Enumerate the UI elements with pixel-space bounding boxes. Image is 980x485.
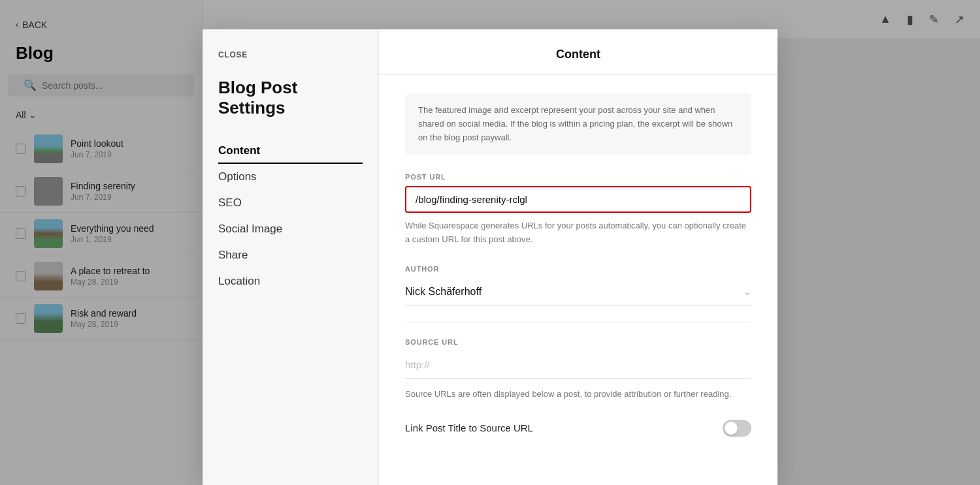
modal-content-header: Content xyxy=(379,29,777,75)
source-url-label: SOURCE URL xyxy=(405,338,751,346)
modal-left-panel: CLOSE Blog Post Settings Content Options… xyxy=(203,29,379,485)
close-button[interactable]: CLOSE xyxy=(218,50,363,59)
post-url-input[interactable] xyxy=(405,186,751,213)
author-label: AUTHOR xyxy=(405,265,751,273)
link-post-title-row: Link Post Title to Source URL xyxy=(405,420,751,437)
info-box: The featured image and excerpt represent… xyxy=(405,93,751,155)
toggle-knob xyxy=(725,422,738,435)
author-dropdown[interactable]: Nick Schäferhoff ⌄ xyxy=(405,278,751,306)
section-divider xyxy=(405,322,751,322)
modal-content-body: The featured image and excerpt represent… xyxy=(379,75,777,455)
nav-item-share[interactable]: Share xyxy=(218,243,363,267)
chevron-down-icon: ⌄ xyxy=(743,287,751,297)
source-url-hint: Source URLs are often displayed below a … xyxy=(405,388,751,401)
nav-item-seo[interactable]: SEO xyxy=(218,191,363,215)
modal-settings-title: Blog Post Settings xyxy=(218,78,363,118)
nav-item-social-image[interactable]: Social Image xyxy=(218,217,363,241)
source-url-input[interactable] xyxy=(405,351,751,379)
modal-nav: Content Options SEO Social Image Share L… xyxy=(218,139,363,293)
nav-item-options[interactable]: Options xyxy=(218,165,363,189)
modal-right-panel: Content The featured image and excerpt r… xyxy=(379,29,777,485)
post-url-label: POST URL xyxy=(405,173,751,181)
link-post-title-toggle[interactable] xyxy=(723,420,751,437)
post-url-hint: While Squarespace generates URLs for you… xyxy=(405,219,751,247)
link-post-title-label: Link Post Title to Source URL xyxy=(405,422,533,433)
author-name: Nick Schäferhoff xyxy=(405,286,482,298)
nav-item-location[interactable]: Location xyxy=(218,270,363,293)
nav-item-content[interactable]: Content xyxy=(218,139,363,163)
blog-post-settings-modal: CLOSE Blog Post Settings Content Options… xyxy=(203,29,777,485)
